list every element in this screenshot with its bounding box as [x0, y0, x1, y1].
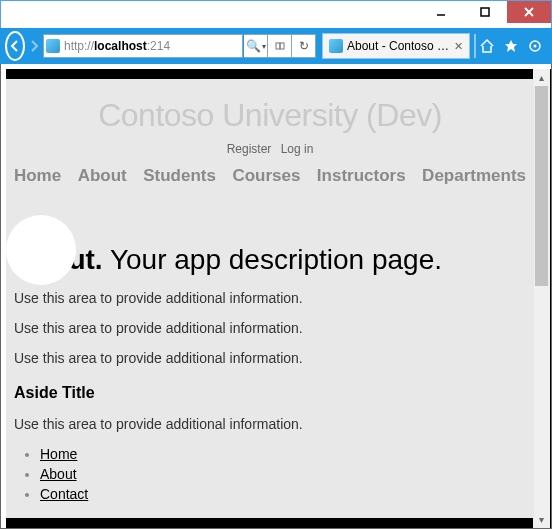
aside-paragraph: Use this area to provide additional info… — [14, 416, 526, 432]
refresh-icon: ↻ — [299, 39, 309, 53]
heading-rest: Your app description page. — [103, 244, 442, 275]
link-about[interactable]: About — [40, 466, 77, 482]
favorites-icon[interactable] — [502, 37, 520, 55]
search-icon: 🔍 — [246, 39, 261, 53]
new-tab-button[interactable] — [474, 34, 476, 58]
home-icon[interactable] — [478, 37, 496, 55]
paragraph-3: Use this area to provide additional info… — [14, 350, 526, 366]
aside-title: Aside Title — [14, 384, 526, 402]
svg-rect-4 — [276, 43, 280, 49]
compat-icon — [274, 40, 286, 52]
auth-links: Register Log in — [6, 142, 534, 166]
scroll-down-button[interactable]: ▾ — [533, 511, 550, 528]
register-link[interactable]: Register — [227, 142, 272, 156]
paragraph-2: Use this area to provide additional info… — [14, 320, 526, 336]
browser-viewport: ▴ ▾ Contoso University (Dev) Register Lo… — [0, 64, 552, 529]
window-close-button[interactable] — [507, 1, 551, 23]
vertical-scrollbar[interactable]: ▴ ▾ — [533, 69, 550, 528]
logo-placeholder — [6, 215, 76, 285]
list-item: Contact — [40, 486, 526, 502]
nav-courses[interactable]: Courses — [232, 166, 300, 186]
nav-instructors[interactable]: Instructors — [317, 166, 406, 186]
compat-button[interactable] — [268, 34, 292, 58]
tab-favicon-icon — [329, 39, 343, 53]
nav-about[interactable]: About — [78, 166, 127, 186]
dropdown-icon: ▾ — [262, 42, 266, 51]
list-item: Home — [40, 446, 526, 462]
main-nav: Home About Students Courses Instructors … — [6, 166, 534, 194]
footer-links: Home About Contact — [14, 446, 526, 502]
window-titlebar — [0, 0, 552, 28]
svg-rect-1 — [481, 8, 489, 16]
login-link[interactable]: Log in — [281, 142, 314, 156]
link-contact[interactable]: Contact — [40, 486, 88, 502]
browser-tab[interactable]: About - Contoso Univ... ✕ — [322, 33, 470, 59]
window-maximize-button[interactable] — [463, 1, 507, 23]
page-content: Contoso University (Dev) Register Log in… — [6, 79, 534, 518]
scroll-up-button[interactable]: ▴ — [533, 69, 550, 86]
svg-rect-5 — [280, 43, 284, 49]
site-title: Contoso University (Dev) — [6, 79, 534, 142]
paragraph-1: Use this area to provide additional info… — [14, 290, 526, 306]
page-favicon-icon — [46, 39, 60, 53]
address-bar[interactable]: http://localhost:214 — [43, 34, 243, 58]
browser-toolbar: http://localhost:214 🔍▾ ↻ About - Contos… — [0, 28, 552, 64]
search-button[interactable]: 🔍▾ — [244, 34, 268, 58]
back-button[interactable] — [5, 31, 25, 61]
tab-close-icon[interactable]: ✕ — [454, 40, 463, 53]
url-protocol: http:// — [64, 39, 94, 53]
address-actions: 🔍▾ ↻ — [244, 34, 316, 58]
window-minimize-button[interactable] — [419, 1, 463, 23]
refresh-button[interactable]: ↻ — [292, 34, 316, 58]
page-heading: About. Your app description page. — [14, 244, 526, 276]
nav-departments[interactable]: Departments — [422, 166, 526, 186]
scroll-thumb[interactable] — [535, 86, 548, 286]
svg-point-7 — [534, 45, 537, 48]
nav-students[interactable]: Students — [143, 166, 216, 186]
url-host: localhost — [94, 39, 147, 53]
tab-title: About - Contoso Univ... — [347, 39, 450, 53]
nav-home[interactable]: Home — [14, 166, 61, 186]
forward-button[interactable] — [27, 35, 41, 57]
list-item: About — [40, 466, 526, 482]
link-home[interactable]: Home — [40, 446, 77, 462]
url-rest: :214 — [147, 39, 170, 53]
tools-icon[interactable] — [526, 37, 544, 55]
